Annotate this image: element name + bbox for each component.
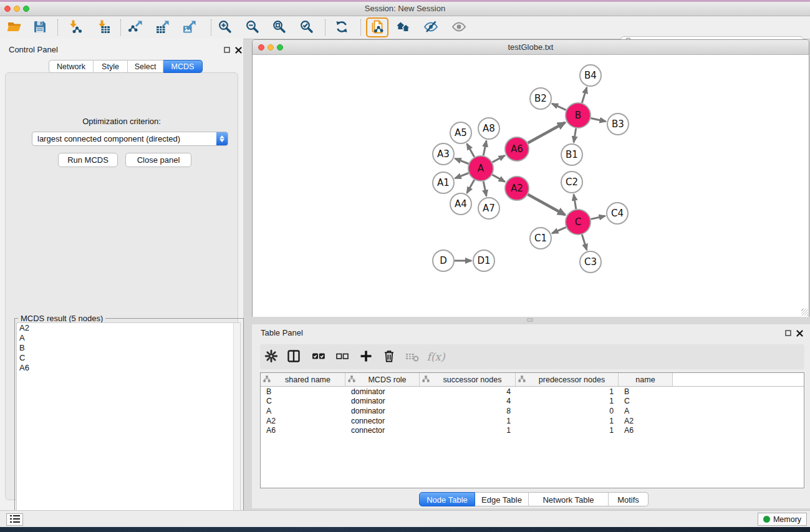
node-D1[interactable]: D1 (473, 250, 494, 271)
cell[interactable]: dominator (345, 387, 420, 396)
table-row[interactable]: Bdominator41B (261, 387, 804, 397)
zoom-in-button[interactable] (214, 17, 236, 37)
mcds-result-item[interactable]: A6 (17, 363, 240, 373)
cell[interactable]: 1 (420, 426, 516, 435)
export-network-button[interactable] (125, 17, 147, 37)
node-A6[interactable]: A6 (505, 137, 529, 161)
node-A4[interactable]: A4 (450, 193, 471, 215)
table-row[interactable]: A2connector11A2 (261, 416, 804, 426)
tab-select[interactable]: Select (128, 60, 163, 73)
zoom-selected-button[interactable] (296, 17, 318, 37)
mcds-result-item[interactable]: C (17, 353, 240, 363)
network-graph[interactable]: AA1A2A3A4A5A6A7A8BB1B2B3B4CC1C2C3C4DD1 (253, 55, 809, 317)
column-layout-button[interactable] (283, 346, 304, 367)
tab-network-table[interactable]: Network Table (529, 492, 609, 506)
edge-A-A7[interactable] (483, 181, 486, 196)
cell[interactable]: A6 (261, 426, 345, 435)
column-header-MCDS-role[interactable]: MCDS role (345, 373, 420, 386)
mcds-result-item[interactable]: A2 (17, 323, 240, 333)
select-all-button[interactable] (308, 346, 329, 367)
export-table-button[interactable] (152, 17, 174, 37)
delete-column-button[interactable] (378, 346, 400, 367)
cell[interactable]: 8 (420, 407, 516, 415)
network-canvas[interactable]: AA1A2A3A4A5A6A7A8BB1B2B3B4CC1C2C3C4DD1 (253, 55, 809, 317)
edge-A-A3[interactable] (455, 158, 469, 163)
panel-divider-grip[interactable] (527, 318, 533, 322)
cell[interactable]: A2 (261, 417, 345, 425)
settings-button[interactable] (261, 346, 282, 367)
node-B3[interactable]: B3 (607, 114, 629, 135)
node-B2[interactable]: B2 (530, 88, 551, 109)
graphics-details-button[interactable] (420, 17, 442, 37)
edge-A2-C[interactable] (528, 195, 566, 215)
node-B1[interactable]: B1 (561, 144, 582, 165)
edge-B-B3[interactable] (591, 118, 606, 122)
minimize-window-button[interactable] (14, 6, 20, 12)
node-A[interactable]: A (468, 156, 493, 181)
table-row[interactable]: Adominator80A (261, 406, 804, 416)
node-A8[interactable]: A8 (478, 118, 499, 139)
node-A5[interactable]: A5 (450, 122, 471, 143)
column-header-successor-nodes[interactable]: successor nodes (420, 373, 516, 386)
edge-C-C3[interactable] (582, 235, 587, 250)
refresh-button[interactable] (330, 17, 353, 37)
cell[interactable]: 1 (516, 387, 619, 396)
node-A7[interactable]: A7 (478, 198, 499, 219)
node-A3[interactable]: A3 (433, 143, 454, 165)
network-zoom-button[interactable] (277, 44, 283, 51)
edge-B-B1[interactable] (574, 128, 576, 143)
cell[interactable]: B (619, 387, 673, 396)
float-table-panel-icon[interactable] (785, 328, 792, 339)
close-table-panel-icon[interactable] (796, 328, 803, 339)
network-minimize-button[interactable] (268, 44, 274, 51)
node-B[interactable]: B (566, 103, 591, 128)
node-C1[interactable]: C1 (530, 228, 551, 249)
zoom-window-button[interactable] (23, 6, 29, 12)
node-A1[interactable]: A1 (433, 172, 454, 193)
add-column-button[interactable] (355, 346, 377, 367)
edge-B-B2[interactable] (552, 104, 566, 110)
open-session-button[interactable] (3, 17, 26, 37)
tab-network[interactable]: Network (49, 60, 94, 73)
node-B4[interactable]: B4 (580, 65, 601, 86)
deselect-all-button[interactable] (332, 346, 353, 367)
node-C3[interactable]: C3 (580, 251, 601, 273)
cell[interactable]: 4 (420, 387, 516, 396)
mcds-result-item[interactable]: A (17, 333, 240, 343)
mcds-result-list[interactable]: A2ABCA6 (16, 322, 241, 529)
mcds-result-scrollbar[interactable] (233, 323, 240, 528)
node-C2[interactable]: C2 (561, 172, 582, 193)
import-table-button[interactable] (92, 17, 115, 37)
homes-button[interactable] (392, 17, 415, 37)
network-overview-button[interactable] (366, 17, 388, 37)
cell[interactable]: 0 (516, 407, 619, 415)
zoom-fit-button[interactable] (268, 17, 291, 37)
tab-motifs[interactable]: Motifs (609, 492, 648, 506)
tab-mcds[interactable]: MCDS (163, 60, 203, 73)
show-hide-button[interactable] (448, 17, 470, 37)
close-panel-button[interactable]: Close panel (125, 153, 191, 167)
node-table[interactable]: shared nameMCDS rolesuccessor nodesprede… (260, 372, 804, 488)
cell[interactable]: 1 (516, 397, 619, 405)
cell[interactable]: 1 (516, 417, 619, 425)
table-row[interactable]: A6connector11A6 (261, 425, 804, 435)
edge-C-C4[interactable] (591, 216, 605, 219)
close-window-button[interactable] (4, 6, 11, 12)
tab-style[interactable]: Style (94, 60, 128, 73)
save-session-button[interactable] (29, 17, 51, 37)
cell[interactable]: C (619, 397, 673, 405)
zoom-out-button[interactable] (241, 17, 264, 37)
node-A2[interactable]: A2 (505, 177, 529, 200)
tab-edge-table[interactable]: Edge Table (475, 492, 529, 506)
task-history-button[interactable] (6, 513, 23, 526)
cell[interactable]: C (261, 397, 345, 405)
column-header-name[interactable]: name (619, 373, 673, 386)
table-row[interactable]: Cdominator41C (261, 397, 804, 407)
cell[interactable]: connector (345, 426, 420, 435)
cell[interactable]: dominator (345, 397, 420, 405)
edge-C-C1[interactable] (552, 227, 566, 233)
network-window-title-bar[interactable]: testGlobe.txt (253, 40, 809, 55)
node-C[interactable]: C (566, 210, 591, 235)
import-network-button[interactable] (64, 17, 86, 37)
cell[interactable]: A (261, 407, 345, 415)
